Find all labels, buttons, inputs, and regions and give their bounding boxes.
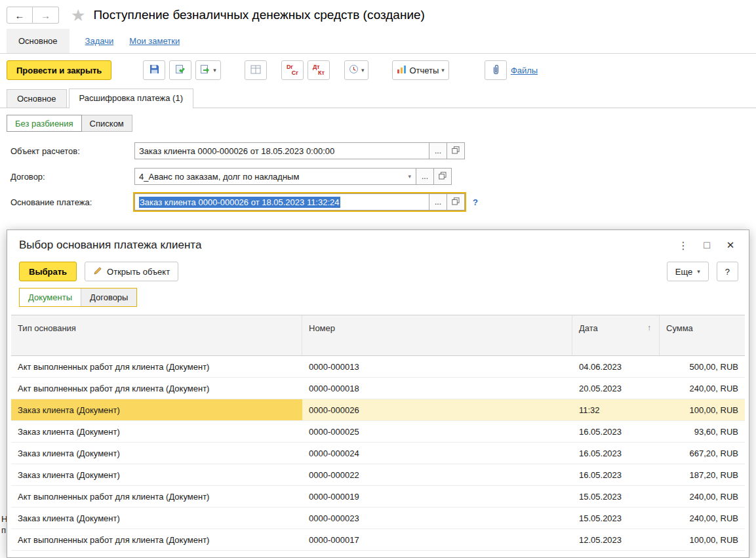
table-row[interactable]: Акт выполненных работ для клиента (Докум…: [11, 378, 745, 399]
table-row[interactable]: Акт выполненных работ для клиента (Докум…: [11, 529, 745, 551]
dialog-help-button[interactable]: ?: [717, 262, 738, 281]
no-split-button[interactable]: Без разбиения: [7, 115, 82, 132]
post-document-button[interactable]: [169, 60, 191, 80]
doc-tab-main[interactable]: Основное: [7, 89, 67, 108]
cell-number[interactable]: 0000-000019: [302, 486, 572, 507]
cell-amount[interactable]: 187,20, RUB: [660, 464, 745, 485]
table-row[interactable]: Заказ клиента (Документ) 0000-000024 16.…: [11, 443, 745, 464]
cell-number[interactable]: 0000-000024: [302, 443, 572, 464]
cell-amount[interactable]: 240,00, RUB: [660, 486, 745, 507]
cell-basis-type[interactable]: Заказ клиента (Документ): [11, 464, 302, 485]
section-tabs: Основное Задачи Мои заметки: [0, 29, 756, 54]
cell-number[interactable]: 0000-000013: [302, 356, 572, 377]
cell-basis-type[interactable]: Заказ клиента (Документ): [11, 508, 302, 528]
bar-chart-icon: [397, 65, 407, 76]
cell-amount[interactable]: 93,60, RUB: [660, 421, 745, 442]
cell-basis-type[interactable]: Акт выполненных работ для клиента (Докум…: [11, 378, 302, 399]
cell-date[interactable]: 04.06.2023: [572, 356, 660, 377]
column-header-number[interactable]: Номер: [302, 315, 572, 355]
dialog-maximize-icon[interactable]: □: [695, 236, 719, 254]
cell-basis-type[interactable]: Акт выполненных работ для клиента (Докум…: [11, 356, 302, 377]
files-link[interactable]: Файлы: [511, 66, 538, 75]
field-help-link[interactable]: ?: [473, 197, 478, 207]
contract-group: 4_Аванс по заказам, долг по накладным ▾ …: [134, 168, 452, 185]
table-row[interactable]: Заказ клиента (Документ) 0000-000022 16.…: [11, 464, 745, 486]
tab-main[interactable]: Основное: [7, 29, 70, 53]
cell-amount[interactable]: 100,00, RUB: [660, 529, 745, 550]
cell-number[interactable]: 0000-000017: [302, 529, 572, 550]
cell-amount[interactable]: 240,00, RUB: [660, 508, 745, 528]
table-row-selected[interactable]: Заказ клиента (Документ) 0000-000026 11:…: [11, 399, 745, 421]
save-icon: [149, 64, 159, 76]
table-row[interactable]: Заказ клиента (Документ) 0000-000025 16.…: [11, 421, 745, 443]
payment-basis-open-button[interactable]: [447, 193, 465, 210]
cell-basis-type[interactable]: Акт выполненных работ для клиента (Докум…: [11, 486, 302, 507]
clock-icon: [349, 64, 359, 76]
cell-number[interactable]: 0000-000023: [302, 508, 572, 528]
dialog-menu-icon[interactable]: ⋮: [671, 236, 695, 254]
dt-kt-ledger-button[interactable]: ДтКт: [308, 60, 330, 80]
doc-tab-payment-breakdown[interactable]: Расшифровка платежа (1): [69, 89, 193, 108]
cell-number[interactable]: 0000-000026: [302, 399, 572, 420]
covered-text-fragment: п: [1, 525, 6, 535]
save-button[interactable]: [143, 60, 165, 80]
reports-button[interactable]: Отчеты ▾: [392, 60, 448, 80]
cell-amount[interactable]: 100,00, RUB: [660, 399, 745, 420]
back-button[interactable]: ←: [7, 7, 33, 24]
select-button[interactable]: Выбрать: [19, 262, 77, 281]
column-header-date[interactable]: Дата ↑: [572, 315, 660, 355]
table-row[interactable]: Акт выполненных работ для клиента (Докум…: [11, 356, 745, 378]
table-row[interactable]: Акт выполненных работ для клиента (Докум…: [11, 486, 745, 508]
create-based-on-button[interactable]: ▾: [195, 60, 221, 80]
cell-amount[interactable]: 240,00, RUB: [660, 378, 745, 399]
chevron-down-icon: ▾: [441, 68, 445, 73]
column-header-amount[interactable]: Сумма: [660, 315, 745, 355]
cell-basis-type[interactable]: Заказ клиента (Документ): [11, 443, 302, 464]
cell-number[interactable]: 0000-000018: [302, 378, 572, 399]
cell-number[interactable]: 0000-000025: [302, 421, 572, 442]
cell-date[interactable]: 12.05.2023: [572, 529, 660, 550]
combo-dropdown-icon[interactable]: ▾: [408, 173, 411, 180]
settlement-object-choose-button[interactable]: ...: [429, 142, 447, 159]
post-and-close-button[interactable]: Провести и закрыть: [7, 60, 111, 80]
attachments-button[interactable]: [485, 60, 507, 80]
contract-input[interactable]: 4_Аванс по заказам, долг по накладным ▾: [134, 168, 416, 185]
cell-basis-type[interactable]: Заказ клиента (Документ): [11, 421, 302, 442]
dialog-tabs: Документы Договоры: [19, 288, 137, 307]
cell-amount[interactable]: 500,00, RUB: [660, 356, 745, 377]
contract-open-button[interactable]: [434, 168, 452, 185]
column-header-type[interactable]: Тип основания: [11, 315, 302, 355]
cell-date[interactable]: 15.05.2023: [572, 486, 660, 507]
as-list-button[interactable]: Списком: [82, 115, 132, 132]
create-based-on-icon: [200, 64, 210, 76]
cell-basis-type[interactable]: Акт выполненных работ для клиента (Докум…: [11, 529, 302, 550]
cell-number[interactable]: 0000-000022: [302, 464, 572, 485]
open-object-button[interactable]: Открыть объект: [85, 262, 178, 281]
cell-date[interactable]: 16.05.2023: [572, 443, 660, 464]
tab-notes[interactable]: Мои заметки: [129, 29, 180, 53]
dr-cr-ledger-button[interactable]: DrCr: [281, 60, 304, 80]
tab-tasks[interactable]: Задачи: [85, 29, 114, 53]
more-button[interactable]: Еще ▾: [667, 262, 709, 281]
payment-basis-input[interactable]: Заказ клиента 0000-000026 от 18.05.2023 …: [134, 193, 429, 210]
favorite-star-icon[interactable]: ★: [71, 7, 85, 24]
dialog-close-icon[interactable]: ✕: [719, 236, 742, 254]
cell-date[interactable]: 16.05.2023: [572, 421, 660, 442]
cell-date[interactable]: 11:32: [572, 399, 660, 420]
cell-date[interactable]: 15.05.2023: [572, 508, 660, 528]
cell-date[interactable]: 16.05.2023: [572, 464, 660, 485]
tab-contracts[interactable]: Договоры: [81, 289, 136, 306]
page-title: Поступление безналичных денежных средств…: [93, 8, 425, 22]
payment-basis-choose-button[interactable]: ...: [429, 193, 447, 210]
document-register-button[interactable]: [245, 60, 267, 80]
cell-amount[interactable]: 667,20, RUB: [660, 443, 745, 464]
settlement-object-open-button[interactable]: [447, 142, 465, 159]
schedule-button[interactable]: ▾: [344, 60, 369, 80]
cell-basis-type[interactable]: Заказ клиента (Документ): [11, 399, 302, 420]
contract-choose-button[interactable]: ...: [416, 168, 434, 185]
table-row[interactable]: Заказ клиента (Документ) 0000-000023 15.…: [11, 508, 745, 529]
cell-date[interactable]: 20.05.2023: [572, 378, 660, 399]
forward-button[interactable]: →: [33, 7, 59, 24]
tab-documents[interactable]: Документы: [20, 289, 81, 306]
settlement-object-input[interactable]: Заказ клиента 0000-000026 от 18.05.2023 …: [134, 142, 429, 159]
